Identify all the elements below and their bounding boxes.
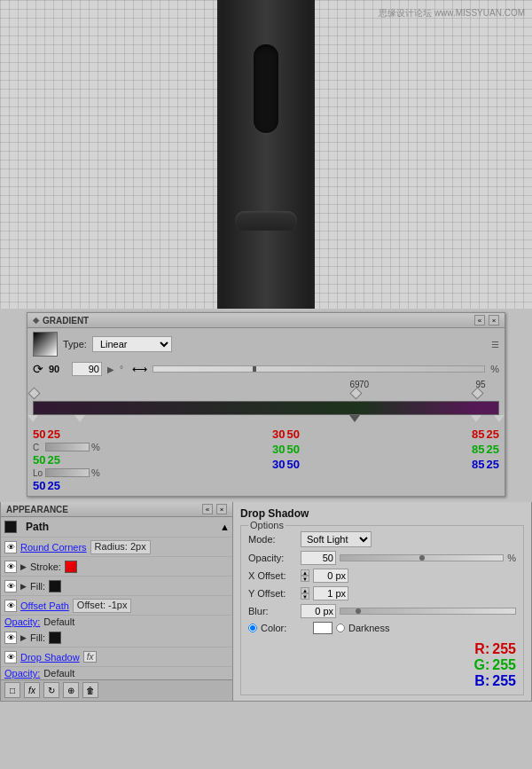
- fill-row-1: 👁 ▶ Fill:: [1, 577, 232, 596]
- y-down-btn[interactable]: ▼: [301, 593, 309, 600]
- grad-stop-bottom-95[interactable]: [471, 415, 481, 422]
- gradient-bar[interactable]: [33, 401, 499, 415]
- y-up-btn[interactable]: ▲: [301, 587, 309, 593]
- gradient-preview-swatch[interactable]: [33, 332, 58, 357]
- offset-path-row: 👁 Offset Path Offset: -1px: [1, 596, 232, 616]
- gradient-type-select[interactable]: Linear Radial: [92, 336, 172, 352]
- fill-swatch-2[interactable]: [49, 632, 61, 644]
- gradient-type-label: Type:: [63, 339, 87, 349]
- tb-square-btn[interactable]: □: [4, 682, 20, 698]
- stop-label-70: 70: [359, 380, 369, 389]
- right-b-num: 25: [487, 458, 499, 471]
- offset-value[interactable]: Offset: -1px: [73, 599, 132, 613]
- ds-opacity-unit: %: [507, 553, 516, 563]
- gradient-values-left: 50 25 C % 50 25 Lo % 50 25: [33, 428, 100, 492]
- x-offset-spinner[interactable]: ▲ ▼: [301, 569, 309, 582]
- eye-icon-5[interactable]: 👁: [4, 632, 17, 644]
- radius-value[interactable]: Radius: 2px: [90, 540, 151, 554]
- percent-label: %: [490, 364, 499, 374]
- rgb-r-label: R:: [474, 641, 489, 656]
- tb-refresh-btn[interactable]: ↻: [43, 682, 59, 698]
- watermark-text: 思缘设计论坛 www.MISSYUAN.COM: [379, 7, 525, 20]
- color-radio[interactable]: [248, 624, 257, 632]
- ds-opacity-input[interactable]: [301, 551, 336, 565]
- right-g-val: 85: [472, 443, 484, 456]
- drop-shadow-panel: Drop Shadow Options Mode: Soft Light Nor…: [233, 502, 532, 702]
- appearance-titlebar: APPEARANCE « ×: [1, 502, 232, 517]
- mid-r-val: 30: [272, 428, 285, 441]
- eye-icon-1[interactable]: 👁: [4, 541, 17, 553]
- ds-opacity-track[interactable]: [340, 554, 504, 561]
- blur-track[interactable]: [340, 608, 516, 615]
- grad-stop-bottom-69[interactable]: [349, 415, 360, 422]
- left-c-slider[interactable]: [45, 443, 90, 451]
- device-button: [235, 211, 297, 231]
- stroke-label: Stroke:: [30, 561, 61, 572]
- right-g-num: 25: [487, 443, 499, 456]
- appearance-title: APPEARANCE: [6, 505, 68, 514]
- minimize-button[interactable]: «: [474, 315, 485, 326]
- darkness-radio[interactable]: [336, 624, 345, 632]
- rgb-b-value: 255: [492, 673, 516, 688]
- opacity-label-2[interactable]: Opacity:: [4, 668, 40, 679]
- grad-stop-bottom-0[interactable]: [27, 415, 38, 422]
- left-lo-slider[interactable]: [45, 468, 90, 477]
- appearance-close[interactable]: ×: [216, 504, 227, 514]
- appearance-minimize[interactable]: «: [202, 504, 213, 514]
- aspect-icon: ⟷: [132, 363, 147, 375]
- round-corners-label[interactable]: Round Corners: [20, 542, 87, 553]
- grad-stop-bottom-10[interactable]: [74, 415, 85, 422]
- right-b-val: 85: [472, 458, 484, 471]
- left-c-label: C: [33, 443, 43, 452]
- blur-input[interactable]: [301, 604, 336, 618]
- opacity-row-1: Opacity: Default: [1, 616, 232, 628]
- close-button[interactable]: ×: [489, 315, 499, 326]
- ds-color-label: Color:: [261, 623, 309, 633]
- drop-shadow-row: 👁 Drop Shadow fx: [1, 647, 232, 667]
- tb-delete-btn[interactable]: 🗑: [82, 682, 98, 698]
- left-g-num: 25: [47, 453, 59, 467]
- y-offset-input[interactable]: [313, 586, 348, 600]
- mid-g-val: 30: [272, 443, 285, 456]
- opacity-label-1[interactable]: Opacity:: [4, 616, 40, 627]
- mid-g-num: 50: [286, 443, 299, 456]
- x-offset-row: X Offset: ▲ ▼: [248, 569, 516, 583]
- grad-stop-bottom-100[interactable]: [494, 415, 505, 422]
- x-offset-input[interactable]: [313, 569, 348, 583]
- blur-row: Blur:: [248, 604, 516, 618]
- scroll-indicator: ▲: [220, 522, 229, 532]
- y-offset-spinner[interactable]: ▲ ▼: [301, 587, 309, 600]
- fill-triangle-2[interactable]: ▶: [20, 633, 27, 642]
- fill-label-1: Fill:: [30, 581, 45, 592]
- offset-path-label[interactable]: Offset Path: [20, 600, 69, 611]
- length-track[interactable]: [153, 365, 485, 373]
- panel-menu-icon[interactable]: ☰: [491, 340, 499, 349]
- color-row: Color: Darkness: [248, 622, 516, 634]
- angle-input[interactable]: [72, 362, 102, 376]
- fill-label-2: Fill:: [30, 632, 45, 643]
- mode-select[interactable]: Soft Light Normal Multiply: [301, 531, 372, 547]
- stroke-row: 👁 ▶ Stroke:: [1, 557, 232, 577]
- stroke-triangle[interactable]: ▶: [20, 562, 27, 571]
- eye-icon-3[interactable]: 👁: [4, 580, 17, 592]
- x-up-btn[interactable]: ▲: [301, 569, 309, 576]
- eye-icon-4[interactable]: 👁: [4, 600, 17, 612]
- ds-opacity-label: Opacity:: [248, 553, 297, 563]
- left-b-val: 50: [33, 479, 45, 492]
- color-swatch[interactable]: [313, 622, 332, 634]
- drop-shadow-label[interactable]: Drop Shadow: [20, 652, 80, 663]
- path-title: Path: [22, 519, 52, 535]
- fill-triangle[interactable]: ▶: [20, 582, 27, 591]
- mode-label: Mode:: [248, 534, 297, 545]
- mid-r-num: 50: [286, 428, 299, 441]
- x-down-btn[interactable]: ▼: [301, 576, 309, 582]
- tb-fx-btn[interactable]: fx: [24, 682, 40, 698]
- fill-swatch-1[interactable]: [49, 580, 61, 592]
- eye-icon-2[interactable]: 👁: [4, 561, 17, 573]
- tb-add-btn[interactable]: ⊕: [63, 682, 79, 698]
- angle-arrow[interactable]: ▶: [107, 365, 114, 374]
- device-slot: [254, 44, 278, 133]
- eye-icon-6[interactable]: 👁: [4, 651, 17, 663]
- appearance-panel-controls: « ×: [202, 504, 227, 514]
- stroke-swatch[interactable]: [65, 561, 77, 573]
